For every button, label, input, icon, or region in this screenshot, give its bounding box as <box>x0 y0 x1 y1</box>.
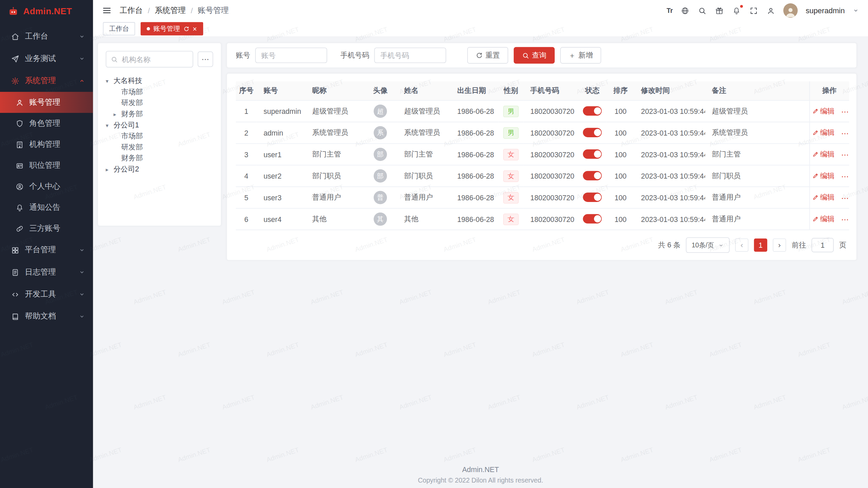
search-icon[interactable] <box>698 6 707 15</box>
edit-button[interactable]: 编辑 <box>812 171 834 181</box>
tree-node[interactable]: 市场部 <box>106 130 213 142</box>
caret-down-icon[interactable]: ▾ <box>106 78 114 84</box>
sidebar-subitem-role-management[interactable]: 角色管理 <box>0 113 93 134</box>
font-size-icon[interactable]: Tr <box>667 6 673 15</box>
cell-name: 部门职员 <box>397 165 451 187</box>
tab-account-management[interactable]: 账号管理 × <box>141 22 203 35</box>
cell-birth: 1986-06-28 <box>451 187 498 208</box>
breadcrumb-item[interactable]: 工作台 <box>120 5 143 15</box>
tree-node[interactable]: ▾大名科技 <box>106 75 213 86</box>
refresh-icon[interactable] <box>183 26 189 32</box>
sidebar-item-system-management[interactable]: 系统管理 <box>0 70 93 92</box>
row-more-button[interactable]: ⋯ <box>841 129 849 138</box>
cell-ops: 编辑⋯ <box>809 187 849 208</box>
edit-button[interactable]: 编辑 <box>812 149 834 159</box>
bell-icon[interactable] <box>732 6 742 15</box>
current-page-button[interactable]: 1 <box>754 239 767 252</box>
sidebar-item-log-management[interactable]: 日志管理 <box>0 261 93 283</box>
tab-label: 工作台 <box>109 24 129 34</box>
caret-right-icon[interactable]: ▸ <box>114 111 121 117</box>
avatar: 部 <box>374 169 387 183</box>
col-phone: 手机号码 <box>524 81 578 100</box>
goto-label: 前往 <box>792 240 806 250</box>
tree-node[interactable]: ▾分公司1 <box>106 120 213 131</box>
gender-badge: 女 <box>503 148 519 160</box>
edit-button[interactable]: 编辑 <box>812 106 834 116</box>
table-row: 3 user1 部门主管 部 部门主管 1986-06-28 女 1802003… <box>236 144 849 165</box>
sidebar-item-dev-tools[interactable]: 开发工具 <box>0 283 93 305</box>
tree-node[interactable]: 研发部 <box>106 142 213 153</box>
add-button[interactable]: ＋ 新增 <box>560 47 601 64</box>
user-avatar[interactable] <box>784 3 798 18</box>
close-icon[interactable]: × <box>193 25 197 32</box>
cell-name: 超级管理员 <box>397 100 451 122</box>
row-more-button[interactable]: ⋯ <box>841 107 849 116</box>
fullscreen-icon[interactable] <box>749 6 759 15</box>
status-toggle[interactable] <box>583 192 602 202</box>
goto-page-input[interactable] <box>811 238 833 252</box>
row-more-button[interactable]: ⋯ <box>841 215 849 224</box>
gift-icon[interactable] <box>715 6 724 15</box>
sidebar-item-business-test[interactable]: 业务测试 <box>0 47 93 69</box>
sidebar-item-platform-management[interactable]: 平台管理 <box>0 239 93 261</box>
sidebar-subitem-notice[interactable]: 通知公告 <box>0 197 93 218</box>
row-more-button[interactable]: ⋯ <box>841 172 849 181</box>
caret-right-icon[interactable]: ▸ <box>106 166 114 172</box>
cell-order: 100 <box>607 165 634 187</box>
cell-status <box>578 187 607 208</box>
sidebar-subitem-label: 机构管理 <box>29 139 60 149</box>
org-search-input[interactable] <box>121 55 188 64</box>
user-icon[interactable] <box>766 6 776 15</box>
tree-node[interactable]: 市场部 <box>106 86 213 98</box>
status-toggle[interactable] <box>583 106 602 116</box>
status-toggle[interactable] <box>583 214 602 224</box>
sidebar-item-workbench[interactable]: 工作台 <box>0 25 93 47</box>
edit-button[interactable]: 编辑 <box>812 128 834 138</box>
sidebar-subitem-third-party-account[interactable]: 三方账号 <box>0 218 93 239</box>
cell-avatar: 部 <box>363 165 397 187</box>
phone-input[interactable] <box>374 47 446 63</box>
sidebar-item-help-docs[interactable]: 帮助文档 <box>0 305 93 327</box>
cell-avatar: 其 <box>363 208 397 230</box>
reset-button[interactable]: 重置 <box>467 47 508 64</box>
pencil-icon <box>812 151 818 158</box>
tree-node[interactable]: ▸分公司2 <box>106 164 213 175</box>
sidebar-item-label: 系统管理 <box>25 76 73 86</box>
cell-phone: 18020030720 <box>524 187 578 208</box>
table-header-row: 序号 账号 昵称 头像 姓名 出生日期 性别 手机号码 状态 排序 修改时间 <box>236 81 849 100</box>
tree-more-button[interactable]: ⋯ <box>198 52 213 67</box>
username[interactable]: superadmin <box>806 6 845 15</box>
status-toggle[interactable] <box>583 128 602 137</box>
edit-button[interactable]: 编辑 <box>812 192 834 202</box>
sidebar-subitem-account-management[interactable]: 账号管理 <box>0 92 93 113</box>
tree-node[interactable]: ▸财务部 <box>106 108 213 120</box>
sidebar-subitem-personal-center[interactable]: 个人中心 <box>0 176 93 197</box>
row-more-button[interactable]: ⋯ <box>841 194 849 202</box>
tree-node[interactable]: 财务部 <box>106 153 213 164</box>
hamburger-icon[interactable] <box>102 5 112 15</box>
status-toggle[interactable] <box>583 171 602 180</box>
row-more-button[interactable]: ⋯ <box>841 150 849 159</box>
sidebar-subitem-label: 通知公告 <box>29 203 60 212</box>
prev-page-button[interactable]: ‹ <box>735 239 748 252</box>
pencil-icon <box>812 172 818 179</box>
table-row: 2 admin 系统管理员 系 系统管理员 1986-06-28 男 18020… <box>236 122 849 144</box>
sidebar-subitem-org-management[interactable]: 机构管理 <box>0 134 93 155</box>
tree-node-label: 市场部 <box>121 87 143 97</box>
active-dot-icon <box>147 27 150 30</box>
search-button[interactable]: 查询 <box>514 47 555 64</box>
tab-workbench[interactable]: 工作台 <box>103 22 135 35</box>
caret-down-icon[interactable]: ▾ <box>106 122 114 128</box>
col-time: 修改时间 <box>634 81 705 100</box>
chevron-down-icon[interactable] <box>852 7 859 14</box>
next-page-button[interactable]: › <box>773 239 786 252</box>
globe-icon[interactable] <box>680 6 690 15</box>
edit-button[interactable]: 编辑 <box>812 214 834 224</box>
tree-node[interactable]: 研发部 <box>106 97 213 108</box>
sidebar-subitem-position-management[interactable]: 职位管理 <box>0 155 93 176</box>
account-input[interactable] <box>255 47 327 63</box>
breadcrumb-item[interactable]: 系统管理 <box>155 5 186 15</box>
status-toggle[interactable] <box>583 149 602 159</box>
sidebar-item-label: 业务测试 <box>25 54 73 63</box>
page-size-select[interactable]: 10条/页 <box>686 237 729 253</box>
